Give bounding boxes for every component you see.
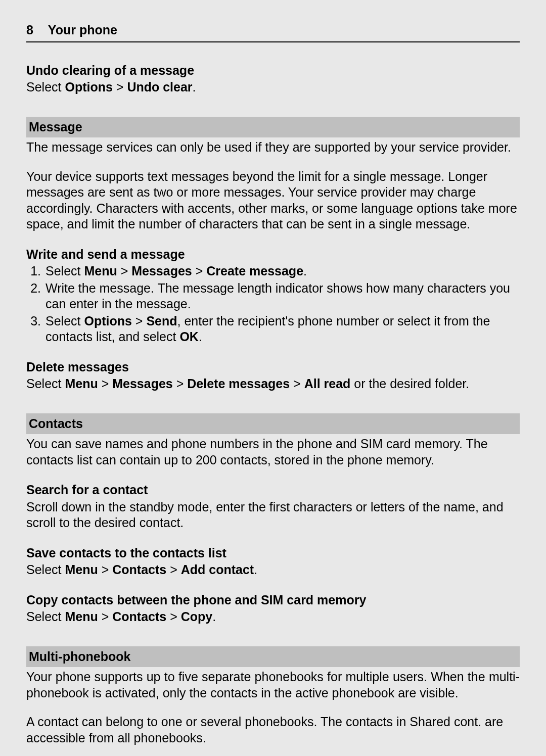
text-message-usage: The message services can only be used if… <box>26 139 520 156</box>
text-multi-p2: A contact can belong to one or several p… <box>26 714 520 746</box>
text-delete-messages: Select Menu > Messages > Delete messages… <box>26 376 520 392</box>
manual-page: 8 Your phone Undo clearing of a message … <box>0 0 546 756</box>
page-title: Your phone <box>48 23 117 37</box>
text-message-length: Your device supports text messages beyon… <box>26 169 520 232</box>
step-1: Select Menu > Messages > Create message. <box>44 263 520 279</box>
text-contacts-intro: You can save names and phone numbers in … <box>26 436 520 468</box>
heading-undo-clearing: Undo clearing of a message <box>26 63 520 79</box>
heading-delete-messages: Delete messages <box>26 359 520 375</box>
text-search-contact: Scroll down in the standby mode, enter t… <box>26 499 520 531</box>
text-save-contacts: Select Menu > Contacts > Add contact. <box>26 562 520 578</box>
heading-write-send: Write and send a message <box>26 247 520 263</box>
page-number: 8 <box>26 22 33 38</box>
section-bar-multi-phonebook: Multi-phonebook <box>26 646 520 668</box>
text-multi-p1: Your phone supports up to five separate … <box>26 669 520 701</box>
text-undo-clearing: Select Options > Undo clear. <box>26 79 520 96</box>
heading-copy-contacts: Copy contacts between the phone and SIM … <box>26 592 520 608</box>
section-bar-contacts: Contacts <box>26 413 520 435</box>
step-2: Write the message. The message length in… <box>44 280 520 312</box>
text-copy-contacts: Select Menu > Contacts > Copy. <box>26 609 520 625</box>
section-bar-message: Message <box>26 117 520 138</box>
heading-save-contacts: Save contacts to the contacts list <box>26 545 520 561</box>
heading-search-contact: Search for a contact <box>26 482 520 498</box>
steps-write-send: Select Menu > Messages > Create message.… <box>26 263 520 345</box>
page-header: 8 Your phone <box>26 22 520 42</box>
step-3: Select Options > Send, enter the recipie… <box>44 313 520 345</box>
